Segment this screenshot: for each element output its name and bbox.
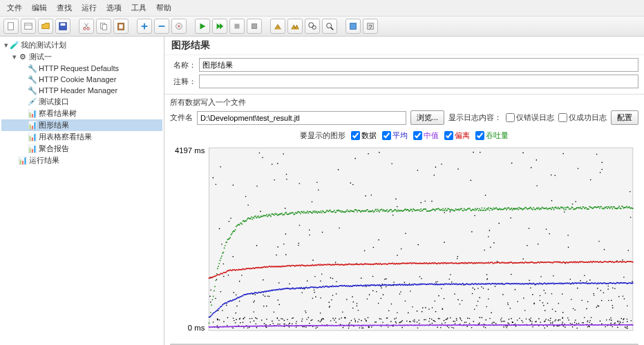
legend-data-checkbox[interactable]: 数据: [351, 130, 377, 141]
tree-http-defaults[interactable]: 🔧HTTP Request Defaults: [1, 63, 162, 74]
svg-point-726: [211, 304, 212, 306]
menu-options[interactable]: 选项: [102, 1, 126, 14]
svg-point-376: [444, 298, 445, 299]
svg-point-177: [312, 259, 314, 261]
save-button[interactable]: [55, 19, 70, 34]
run-button[interactable]: [195, 19, 210, 34]
test-plan-tree[interactable]: ▾🧪我的测试计划 ▾⚙测试一 🔧HTTP Request Defaults 🔧H…: [0, 37, 164, 345]
svg-point-144: [367, 298, 368, 299]
legend-thru-checkbox[interactable]: 吞吐量: [475, 130, 509, 141]
tree-results-tree[interactable]: 📊察看结果树: [1, 108, 162, 119]
svg-point-393: [391, 163, 392, 164]
toolbar: ?: [0, 17, 644, 37]
tree-sampler[interactable]: 💉测试接口: [1, 96, 162, 108]
svg-point-601: [530, 287, 531, 288]
svg-rect-17: [350, 23, 357, 30]
svg-rect-10: [119, 24, 122, 28]
svg-point-480: [348, 328, 350, 329]
clear-all-button[interactable]: [287, 19, 303, 34]
svg-point-90: [453, 321, 454, 322]
svg-point-356: [542, 302, 544, 304]
svg-point-469: [223, 264, 225, 265]
name-input[interactable]: [199, 58, 638, 72]
open-button[interactable]: [38, 19, 53, 34]
svg-point-121: [543, 305, 544, 306]
tree-run-result[interactable]: 📊运行结果: [1, 155, 162, 166]
legend-dev-checkbox[interactable]: 偏离: [444, 130, 470, 141]
panel-title: 图形结果: [164, 37, 644, 55]
svg-point-1095: [524, 208, 525, 209]
file-input[interactable]: [197, 111, 406, 125]
cut-button[interactable]: [79, 19, 94, 34]
svg-point-637: [614, 323, 615, 324]
browse-button[interactable]: 浏览...: [410, 110, 444, 125]
svg-point-1729: [211, 314, 213, 315]
new-button[interactable]: [3, 19, 19, 34]
svg-point-1150: [570, 208, 571, 209]
clear-button[interactable]: [270, 19, 285, 34]
config-button[interactable]: 配置: [611, 110, 638, 125]
tree-root[interactable]: ▾🧪我的测试计划: [1, 39, 162, 51]
tree-thread-group[interactable]: ▾⚙测试一: [1, 51, 162, 63]
templates-button[interactable]: [21, 19, 36, 34]
shutdown-button[interactable]: [247, 19, 262, 34]
svg-point-864: [328, 211, 330, 213]
svg-point-718: [286, 174, 287, 175]
success-only-checkbox[interactable]: 仅成功日志: [558, 112, 607, 123]
svg-point-229: [370, 195, 372, 196]
legend-avg-checkbox[interactable]: 平均: [382, 130, 408, 141]
svg-point-1558: [491, 262, 493, 263]
svg-point-287: [586, 308, 587, 310]
tree-table-results[interactable]: 📊用表格察看结果: [1, 131, 162, 143]
svg-point-300: [388, 310, 390, 311]
paste-button[interactable]: [113, 19, 129, 34]
svg-point-608: [457, 299, 459, 301]
tree-graph-results[interactable]: 📊图形结果: [1, 119, 162, 131]
menu-file[interactable]: 文件: [3, 1, 26, 14]
legend-median-checkbox[interactable]: 中值: [413, 130, 439, 141]
tree-header-mgr[interactable]: 🔧HTTP Header Manager: [1, 85, 162, 96]
svg-point-464: [264, 323, 265, 324]
svg-point-1161: [580, 206, 581, 208]
tree-cookie-mgr[interactable]: 🔧HTTP Cookie Manager: [1, 74, 162, 85]
menu-find[interactable]: 查找: [53, 1, 76, 14]
menu-help[interactable]: 帮助: [152, 1, 176, 14]
expand-button[interactable]: [137, 19, 152, 34]
svg-point-793: [267, 215, 269, 216]
function-button[interactable]: [345, 19, 361, 34]
menu-run[interactable]: 运行: [77, 1, 101, 14]
svg-point-506: [479, 317, 480, 318]
comment-input[interactable]: [199, 75, 638, 88]
menu-edit[interactable]: 编辑: [28, 1, 51, 14]
svg-point-54: [334, 319, 335, 321]
copy-button[interactable]: [96, 19, 111, 34]
svg-point-490: [567, 235, 569, 236]
svg-point-251: [432, 307, 433, 308]
svg-point-523: [296, 326, 297, 328]
svg-point-359: [471, 327, 473, 328]
svg-point-866: [330, 210, 331, 211]
log-label: 显示日志内容：: [448, 112, 502, 123]
toggle-button[interactable]: [171, 19, 187, 34]
svg-point-759: [239, 224, 240, 226]
run-nopause-button[interactable]: [212, 19, 227, 34]
reset-search-button[interactable]: [322, 19, 337, 34]
svg-point-848: [314, 210, 316, 212]
svg-point-193: [287, 319, 288, 320]
svg-point-531: [283, 153, 284, 155]
menu-tools[interactable]: 工具: [127, 1, 151, 14]
svg-point-289: [228, 275, 229, 276]
stop-button[interactable]: [229, 19, 245, 34]
svg-point-231: [597, 288, 598, 289]
chart-icon: 📊: [18, 156, 28, 166]
error-only-checkbox[interactable]: 仅错误日志: [506, 112, 554, 123]
svg-point-433: [563, 326, 565, 327]
tree-aggregate[interactable]: 📊聚合报告: [1, 143, 162, 155]
svg-point-776: [254, 217, 255, 219]
svg-point-456: [269, 296, 270, 297]
svg-point-369: [383, 294, 384, 295]
search-button[interactable]: [305, 19, 320, 34]
collapse-button[interactable]: [154, 19, 169, 34]
chart-scrollbar[interactable]: [170, 344, 638, 345]
help-button[interactable]: ?: [363, 19, 378, 34]
